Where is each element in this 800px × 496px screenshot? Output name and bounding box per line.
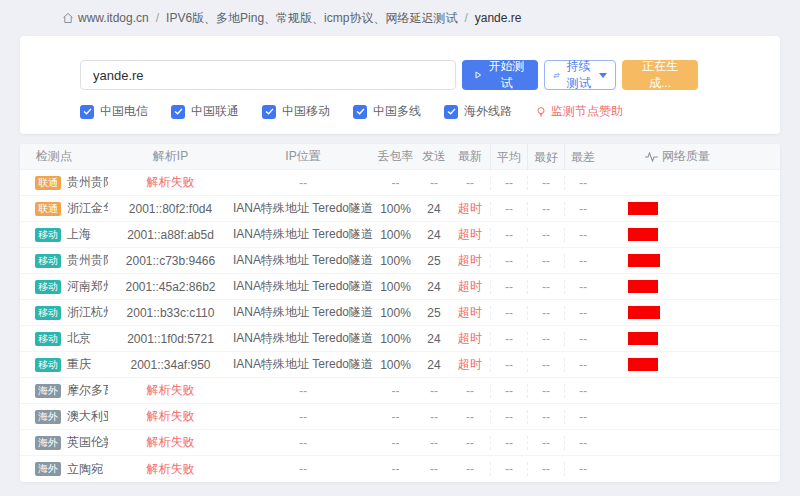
ip-location: IANA特殊地址 Teredo隧道地址: [233, 252, 373, 269]
best-latency: --: [527, 202, 564, 216]
filter-label: 中国多线: [373, 103, 421, 120]
table-row: 移动 上海 2001::a88f:ab5d IANA特殊地址 Teredo隧道地…: [20, 222, 780, 248]
carrier-badge: 海外: [35, 462, 61, 476]
node-city: 重庆: [67, 356, 91, 373]
ip-location: --: [233, 384, 373, 398]
quality-cell: [601, 254, 780, 267]
table-row: 移动 北京 2001::1f0d:5721 IANA特殊地址 Teredo隧道地…: [20, 326, 780, 352]
node-cell: 海外 摩尔多瓦: [20, 382, 108, 399]
ip-location: IANA特殊地址 Teredo隧道地址: [233, 330, 373, 347]
filter-label: 海外线路: [464, 103, 512, 120]
breadcrumb-site-link[interactable]: www.itdog.cn: [62, 11, 149, 25]
avg-latency: --: [490, 176, 527, 190]
node-city: 上海: [67, 226, 91, 243]
node-cell: 联通 浙江金华: [20, 200, 108, 217]
filter-china-mobile[interactable]: 中国移动: [262, 103, 330, 120]
ip-location: IANA特殊地址 Teredo隧道地址: [233, 278, 373, 295]
page: www.itdog.cn / IPV6版、多地Ping、常规版、icmp协议、网…: [0, 0, 800, 496]
resolved-ip: 2001::80f2:f0d4: [108, 202, 233, 216]
node-cell: 海外 立陶宛: [20, 461, 108, 478]
carrier-badge: 海外: [35, 410, 61, 424]
avg-latency: --: [490, 202, 527, 216]
packet-loss: --: [373, 410, 418, 424]
sent-count: 24: [418, 280, 450, 294]
breadcrumb-separator: /: [464, 11, 467, 25]
header-location: IP位置: [233, 148, 373, 165]
node-city: 澳大利亚悉尼: [67, 408, 108, 425]
node-cell: 移动 贵州贵阳: [20, 252, 108, 269]
best-latency: --: [527, 306, 564, 320]
packet-loss: --: [373, 176, 418, 190]
quality-bar: [628, 280, 658, 293]
table-row: 联通 贵州贵阳 解析失败 -- -- -- -- -- -- --: [20, 170, 780, 196]
quality-cell: [601, 228, 780, 241]
generating-button[interactable]: 正在生成...: [622, 60, 698, 90]
packet-loss: 100%: [373, 228, 418, 242]
header-quality: 网络质量: [601, 148, 780, 165]
sent-count: --: [418, 410, 450, 424]
line-filter-row: 中国电信 中国联通 中国移动 中国多线: [80, 103, 720, 120]
worst-latency: --: [564, 202, 601, 216]
quality-cell: [601, 306, 780, 319]
resolved-ip: 2001::34af:950: [108, 358, 233, 372]
ip-location: --: [233, 462, 373, 476]
filter-label: 中国移动: [282, 103, 330, 120]
latest-latency: --: [450, 176, 490, 190]
sponsor-node-link[interactable]: 监测节点赞助: [535, 103, 623, 120]
worst-latency: --: [564, 280, 601, 294]
carrier-badge: 海外: [35, 384, 61, 398]
header-node: 检测点: [20, 148, 108, 165]
worst-latency: --: [564, 410, 601, 424]
home-icon: [62, 12, 74, 24]
header-ip: 解析IP: [108, 148, 233, 165]
latest-latency: --: [450, 462, 490, 476]
host-input[interactable]: [80, 60, 456, 90]
table-row: 移动 浙江杭州 2001::b33c:c110 IANA特殊地址 Teredo隧…: [20, 300, 780, 326]
resolved-ip: 2001::a88f:ab5d: [108, 228, 233, 242]
test-control-card: 开始测试 持续测试 正在生成... 中国电信: [20, 36, 780, 134]
avg-latency: --: [490, 228, 527, 242]
node-city: 英国伦敦: [67, 434, 108, 451]
avg-latency: --: [490, 384, 527, 398]
node-city: 北京: [67, 330, 91, 347]
continuous-test-label: 持续测试: [565, 58, 592, 92]
best-latency: --: [527, 332, 564, 346]
start-test-button[interactable]: 开始测试: [462, 60, 538, 90]
filter-china-multiline[interactable]: 中国多线: [353, 103, 421, 120]
filter-china-unicom[interactable]: 中国联通: [171, 103, 239, 120]
latest-latency: 超时: [450, 356, 490, 373]
node-city: 立陶宛: [67, 461, 103, 478]
table-row: 海外 摩尔多瓦 解析失败 -- -- -- -- -- -- --: [20, 378, 780, 404]
carrier-badge: 移动: [35, 306, 61, 320]
check-icon: [444, 105, 458, 119]
check-icon: [353, 105, 367, 119]
header-worst: 最差: [564, 144, 601, 170]
best-latency: --: [527, 384, 564, 398]
filter-overseas[interactable]: 海外线路: [444, 103, 512, 120]
ip-location: --: [233, 436, 373, 450]
resolved-ip: 解析失败: [108, 174, 233, 191]
resolved-ip: 解析失败: [108, 434, 233, 451]
breadcrumb-current: yande.re: [475, 11, 522, 25]
header-sent: 发送: [418, 148, 450, 165]
node-cell: 移动 上海: [20, 226, 108, 243]
breadcrumb-path-link[interactable]: IPV6版、多地Ping、常规版、icmp协议、网络延迟测试: [166, 10, 457, 27]
ip-location: --: [233, 410, 373, 424]
table-row: 移动 贵州贵阳 2001::c73b:9466 IANA特殊地址 Teredo隧…: [20, 248, 780, 274]
check-icon: [80, 105, 94, 119]
carrier-badge: 联通: [35, 202, 61, 216]
sent-count: 25: [418, 306, 450, 320]
resolved-ip: 2001::1f0d:5721: [108, 332, 233, 346]
best-latency: --: [527, 436, 564, 450]
continuous-test-button[interactable]: 持续测试: [544, 60, 616, 90]
carrier-badge: 移动: [35, 332, 61, 346]
node-cell: 移动 河南郑州: [20, 278, 108, 295]
check-icon: [171, 105, 185, 119]
node-city: 浙江杭州: [67, 304, 108, 321]
latest-latency: --: [450, 410, 490, 424]
sent-count: --: [418, 436, 450, 450]
packet-loss: 100%: [373, 202, 418, 216]
worst-latency: --: [564, 228, 601, 242]
filter-china-telecom[interactable]: 中国电信: [80, 103, 148, 120]
worst-latency: --: [564, 384, 601, 398]
